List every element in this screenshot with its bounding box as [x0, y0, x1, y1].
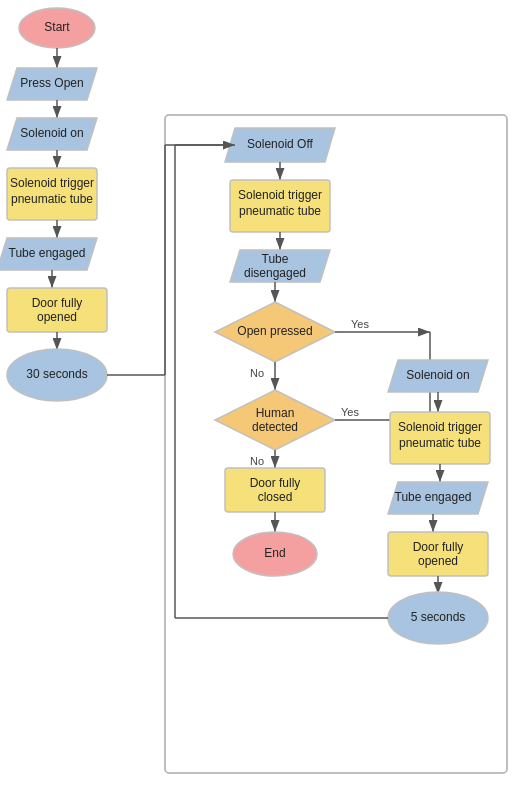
thirty-seconds-label: 30 seconds: [26, 367, 87, 381]
start-label: Start: [44, 20, 70, 34]
svg-text:Door fully: Door fully: [413, 540, 464, 554]
yes-label-1: Yes: [351, 318, 369, 330]
tube-engaged-1-label: Tube engaged: [9, 246, 86, 260]
svg-text:pneumatic tube: pneumatic tube: [11, 192, 93, 206]
no-label-2: No: [250, 455, 264, 467]
five-seconds-label: 5 seconds: [411, 610, 466, 624]
svg-text:Door fully: Door fully: [32, 296, 83, 310]
yes-label-2: Yes: [341, 406, 359, 418]
svg-text:pneumatic tube: pneumatic tube: [399, 436, 481, 450]
svg-text:detected: detected: [252, 420, 298, 434]
solenoid-off-label: Solenoid Off: [247, 137, 313, 151]
tube-engaged-2-label: Tube engaged: [395, 490, 472, 504]
svg-text:pneumatic tube: pneumatic tube: [239, 204, 321, 218]
svg-text:Solenoid trigger: Solenoid trigger: [10, 176, 94, 190]
svg-text:Tube: Tube: [262, 252, 289, 266]
svg-text:disengaged: disengaged: [244, 266, 306, 280]
solenoid-on-1-label: Solenoid on: [20, 126, 83, 140]
end-label: End: [264, 546, 285, 560]
svg-text:opened: opened: [418, 554, 458, 568]
svg-text:closed: closed: [258, 490, 293, 504]
svg-text:Door fully: Door fully: [250, 476, 301, 490]
press-open-label: Press Open: [20, 76, 83, 90]
open-pressed-label: Open pressed: [237, 324, 312, 338]
svg-text:Human: Human: [256, 406, 295, 420]
svg-text:Solenoid trigger: Solenoid trigger: [398, 420, 482, 434]
solenoid-on-2-label: Solenoid on: [406, 368, 469, 382]
svg-text:opened: opened: [37, 310, 77, 324]
svg-text:Solenoid trigger: Solenoid trigger: [238, 188, 322, 202]
no-label-1: No: [250, 367, 264, 379]
